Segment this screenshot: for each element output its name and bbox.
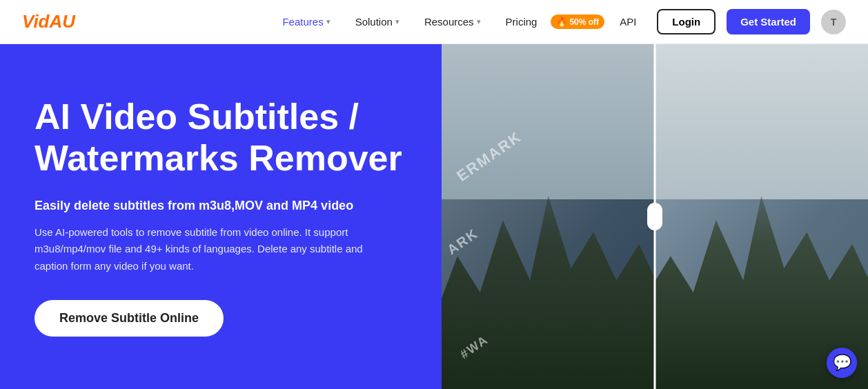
nav-api[interactable]: API xyxy=(610,10,646,33)
watermark-2: ARK xyxy=(444,226,482,258)
login-button[interactable]: Login xyxy=(657,9,716,34)
chevron-down-icon: ▾ xyxy=(326,17,331,26)
sky-before xyxy=(442,44,655,199)
get-started-button[interactable]: Get Started xyxy=(727,9,810,34)
nav-solution[interactable]: Solution ▾ xyxy=(346,10,409,33)
chevron-down-icon: ▾ xyxy=(395,17,400,26)
logo[interactable]: VidAU xyxy=(22,11,75,32)
fire-icon: 🔥 xyxy=(556,17,567,27)
hero-title: AI Video Subtitles / Watermarks Remover xyxy=(34,97,407,179)
sky-after xyxy=(655,44,868,199)
divider-handle[interactable] xyxy=(647,203,662,230)
image-before: ERMARK ARK #WA xyxy=(442,44,655,389)
chevron-down-icon: ▾ xyxy=(477,17,481,26)
cta-button[interactable]: Remove Subtitle Online xyxy=(34,300,224,337)
hero-subtitle: Easily delete subtitles from m3u8,MOV an… xyxy=(34,199,407,213)
nav-resources[interactable]: Resources ▾ xyxy=(415,10,491,33)
chat-icon: 💬 xyxy=(833,354,851,372)
hero-image: ERMARK ARK #WA 💬 xyxy=(442,44,868,389)
image-container: ERMARK ARK #WA 💬 xyxy=(442,44,868,389)
logo-vid: Vid xyxy=(22,11,49,32)
avatar[interactable]: T xyxy=(821,10,846,34)
nav-links: Features ▾ Solution ▾ Resources ▾ Pricin… xyxy=(273,9,846,34)
nav-pricing[interactable]: Pricing xyxy=(496,10,547,33)
image-after xyxy=(655,44,868,389)
nav-pricing-wrapper: Pricing 🔥 50% off xyxy=(496,10,605,33)
navbar: VidAU Features ▾ Solution ▾ Resources ▾ … xyxy=(0,0,868,44)
chat-bubble[interactable]: 💬 xyxy=(827,348,857,378)
pricing-badge: 🔥 50% off xyxy=(551,14,604,29)
logo-au: AU xyxy=(49,11,75,32)
hero-content: AI Video Subtitles / Watermarks Remover … xyxy=(0,44,442,389)
hero-section: AI Video Subtitles / Watermarks Remover … xyxy=(0,44,868,389)
nav-features[interactable]: Features ▾ xyxy=(273,10,339,33)
hero-body: Use AI-powered tools to remove subtitle … xyxy=(34,224,366,275)
